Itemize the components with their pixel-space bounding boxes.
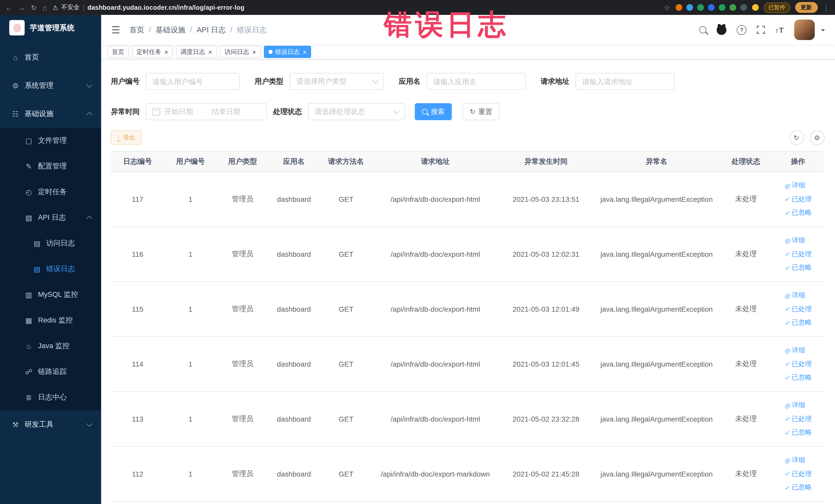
column-settings-button[interactable]: ⚙ [810, 130, 824, 145]
extension-icon[interactable] [740, 4, 747, 11]
ignored-link[interactable]: ✓已忽略 [785, 206, 812, 220]
ignored-link[interactable]: ✓已忽略 [785, 371, 812, 385]
extension-icon[interactable] [718, 4, 725, 11]
detail-link[interactable]: ◎详细 [785, 234, 812, 247]
api-log-icon: ▧ [24, 214, 34, 222]
ignored-link[interactable]: ✓已忽略 [785, 426, 812, 440]
bookmark-star-icon[interactable]: ☆ [664, 4, 670, 11]
update-button[interactable]: 更新 [795, 2, 817, 13]
forward-icon[interactable]: → [18, 4, 25, 11]
processed-link[interactable]: ✓已处理 [785, 193, 812, 206]
user-avatar[interactable] [794, 20, 814, 40]
processed-link[interactable]: ✓已处理 [785, 357, 812, 371]
reset-button[interactable]: ↻ 重置 [463, 103, 500, 120]
sidebar-item-file[interactable]: ▢文件管理 [0, 128, 101, 154]
column-header: 操作 [773, 151, 823, 172]
sidebar-item-config[interactable]: ✎配置管理 [0, 154, 101, 179]
sidebar-item-api-log[interactable]: ▧API 日志 [0, 205, 101, 230]
sidebar-item-mysql[interactable]: ▥MySQL 监控 [0, 282, 101, 308]
search-button[interactable]: 搜索 [415, 103, 452, 120]
breadcrumb-item[interactable]: 基础设施 [156, 25, 185, 35]
tab-job[interactable]: 定时任务× [132, 46, 173, 58]
tab-home[interactable]: 首页 [107, 46, 129, 58]
fullscreen-icon[interactable] [757, 26, 765, 34]
breadcrumb-item[interactable]: 首页 [129, 25, 144, 35]
extension-icon[interactable] [686, 4, 693, 11]
action-label: 详细 [792, 234, 805, 247]
close-icon[interactable]: × [252, 48, 256, 55]
sidebar-menu: ⌂首页⚙系统管理☷基础设施▢文件管理✎配置管理◴定时任务▧API 日志▤访问日志… [0, 41, 101, 504]
sidebar-item-access-log[interactable]: ▤访问日志 [0, 230, 101, 256]
cell-id: 117 [111, 172, 164, 227]
caret-down-icon[interactable] [821, 29, 825, 33]
sidebar-item-dev-tools[interactable]: ⚒研发工具 [0, 410, 101, 439]
font-size-icon[interactable]: TT [775, 26, 784, 34]
processed-link[interactable]: ✓已处理 [785, 302, 812, 316]
reload-icon[interactable]: ↻ [31, 4, 37, 11]
refresh-button[interactable]: ↻ [789, 130, 804, 145]
request-url-input[interactable] [575, 73, 675, 90]
ignored-link[interactable]: ✓已忽略 [785, 316, 812, 330]
security-label[interactable]: 不安全 [61, 3, 80, 12]
app-logo[interactable]: 芋道管理系统 [0, 15, 101, 41]
log-table: 日志编号用户编号用户类型应用名请求方法名请求地址异常发生时间异常名处理状态操作1… [111, 151, 823, 502]
search-icon[interactable] [699, 26, 707, 33]
detail-link[interactable]: ◎详细 [785, 344, 812, 357]
sidebar-item-redis[interactable]: ▦Redis 监控 [0, 308, 101, 333]
sidebar-item-log-center[interactable]: ≣日志中心 [0, 385, 101, 410]
sidebar-item-home[interactable]: ⌂首页 [0, 43, 101, 72]
cell-exception: java.lang.IllegalArgumentException [594, 282, 719, 337]
sidebar-item-label: 配置管理 [38, 162, 67, 171]
log-center-icon: ≣ [24, 394, 34, 402]
warning-icon: ⚠ [53, 4, 58, 11]
processed-link[interactable]: ✓已处理 [785, 412, 812, 426]
browser-home-icon[interactable]: ⌂ [42, 4, 47, 11]
cell-exception: java.lang.IllegalArgumentException [594, 337, 719, 391]
browser-menu-icon[interactable]: ⋮ [823, 4, 830, 11]
user-id-input[interactable] [146, 73, 240, 90]
ignored-link[interactable]: ✓已忽略 [785, 261, 812, 275]
hamburger-icon[interactable]: ☰ [111, 24, 120, 36]
tab-error-log[interactable]: 错误日志× [264, 46, 311, 58]
sidebar-item-java[interactable]: ♨Java 监控 [0, 333, 101, 359]
export-button[interactable]: ↓ 导出 [111, 130, 141, 145]
close-icon[interactable]: × [208, 48, 212, 55]
extension-icon[interactable] [675, 4, 682, 11]
sidebar-item-infra[interactable]: ☷基础设施 [0, 100, 101, 128]
detail-link[interactable]: ◎详细 [785, 454, 812, 467]
column-header: 日志编号 [111, 151, 164, 172]
close-icon[interactable]: × [303, 48, 307, 55]
request-url-label: 请求地址 [541, 77, 569, 86]
back-icon[interactable]: ← [5, 4, 12, 11]
detail-link[interactable]: ◎详细 [785, 179, 812, 193]
breadcrumb-separator: / [230, 26, 232, 34]
tab-job-log[interactable]: 调度日志× [176, 46, 217, 58]
sidebar-item-job[interactable]: ◴定时任务 [0, 179, 101, 205]
user-type-select[interactable]: 请选择用户类型 [289, 73, 384, 90]
check-icon: ✓ [785, 484, 790, 491]
tab-label: 首页 [112, 47, 124, 56]
sidebar-item-trace[interactable]: ☍链路追踪 [0, 359, 101, 385]
breadcrumb-item[interactable]: API 日志 [197, 25, 226, 35]
detail-link[interactable]: ◎详细 [785, 289, 812, 302]
help-icon[interactable]: ? [737, 25, 747, 35]
extension-icon[interactable] [729, 4, 736, 11]
processed-link[interactable]: ✓已处理 [785, 247, 812, 261]
github-icon[interactable] [717, 25, 727, 35]
processed-link[interactable]: ✓已处理 [785, 467, 812, 481]
app-name-input[interactable] [427, 73, 526, 90]
ignored-link[interactable]: ✓已忽略 [785, 481, 812, 495]
sidebar-item-error-log[interactable]: ▤错误日志 [0, 256, 101, 282]
tab-access-log[interactable]: 访问日志× [220, 46, 261, 58]
cell-app: dashboard [268, 282, 319, 337]
extension-icon[interactable] [697, 4, 704, 11]
close-icon[interactable]: × [164, 48, 168, 55]
sidebar-item-system[interactable]: ⚙系统管理 [0, 72, 101, 100]
extension-icon[interactable] [708, 4, 714, 11]
detail-link[interactable]: ◎详细 [785, 399, 812, 412]
sidebar-item-label: 链路追踪 [38, 367, 67, 377]
process-status-select[interactable]: 请选择处理状态 [308, 103, 405, 120]
exception-time-range[interactable]: 开始日期 - 结束日期 [146, 103, 267, 120]
url-bar[interactable]: dashboard.yudao.iocoder.cn/infra/log/api… [87, 4, 244, 11]
sidebar-item-label: MySQL 监控 [38, 290, 78, 299]
